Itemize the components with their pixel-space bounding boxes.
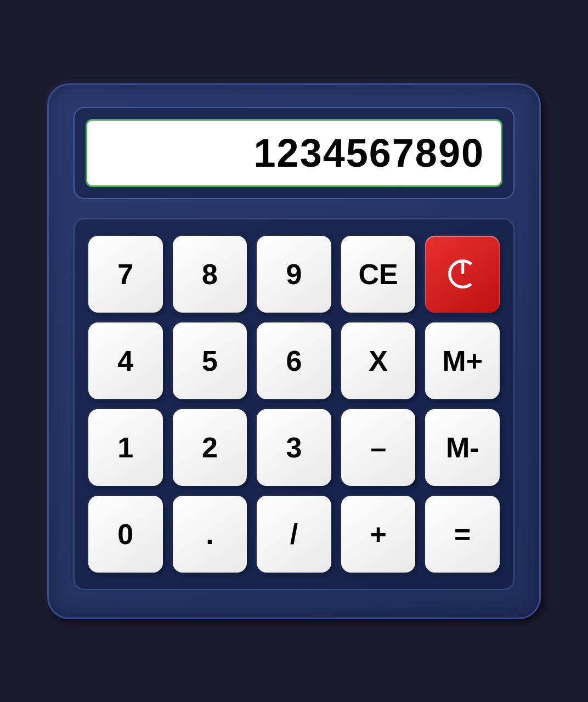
keypad: 7 8 9 CE 4 5 6 X M+ 1 2 3 – [88,236,500,573]
btn-mminus[interactable]: M- [425,409,500,486]
power-icon [445,256,480,292]
btn-ce[interactable]: CE [341,236,416,313]
btn-2[interactable]: 2 [173,409,247,486]
btn-divide[interactable]: / [257,496,331,573]
btn-plus[interactable]: + [341,496,416,573]
btn-mplus[interactable]: M+ [425,322,500,399]
btn-equals[interactable]: = [425,496,500,573]
btn-9[interactable]: 9 [257,236,331,313]
display-wrapper: 1234567890 [74,107,514,199]
display: 1234567890 [86,119,502,187]
btn-6[interactable]: 6 [257,322,331,399]
btn-8[interactable]: 8 [173,236,247,313]
btn-1[interactable]: 1 [88,409,163,486]
btn-7[interactable]: 7 [88,236,163,313]
btn-4[interactable]: 4 [88,322,163,399]
btn-3[interactable]: 3 [257,409,331,486]
calculator: 1234567890 7 8 9 CE 4 5 6 X M+ [47,83,541,619]
keypad-wrapper: 7 8 9 CE 4 5 6 X M+ 1 2 3 – [74,218,514,590]
btn-multiply[interactable]: X [341,322,416,399]
btn-power[interactable] [425,236,500,313]
btn-0[interactable]: 0 [88,496,163,573]
btn-5[interactable]: 5 [173,322,247,399]
btn-dot[interactable]: . [173,496,247,573]
btn-minus[interactable]: – [341,409,416,486]
